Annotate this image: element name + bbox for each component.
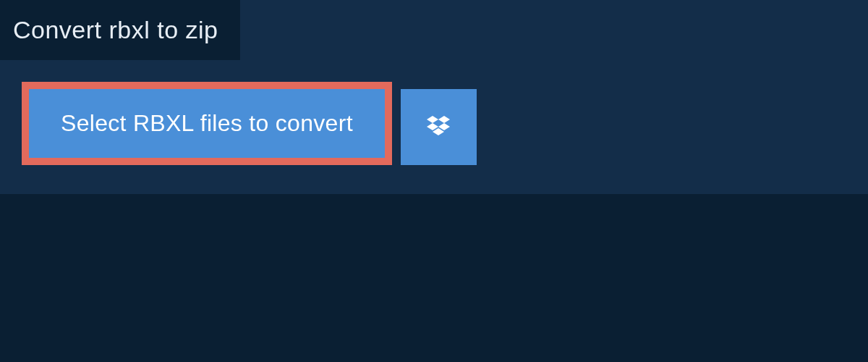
select-files-label: Select RBXL files to convert xyxy=(61,110,353,137)
active-tab[interactable]: Convert rbxl to zip xyxy=(0,0,240,60)
dropbox-button[interactable] xyxy=(401,89,477,165)
svg-marker-1 xyxy=(438,116,450,123)
svg-marker-2 xyxy=(427,123,438,130)
svg-marker-3 xyxy=(438,123,450,130)
dropbox-icon xyxy=(424,113,453,142)
svg-marker-4 xyxy=(433,128,444,135)
converter-panel: Convert rbxl to zip Select RBXL files to… xyxy=(0,0,868,194)
svg-marker-0 xyxy=(427,116,438,123)
tab-label: Convert rbxl to zip xyxy=(13,16,218,43)
action-row: Select RBXL files to convert xyxy=(0,60,868,165)
select-files-button[interactable]: Select RBXL files to convert xyxy=(22,82,392,165)
